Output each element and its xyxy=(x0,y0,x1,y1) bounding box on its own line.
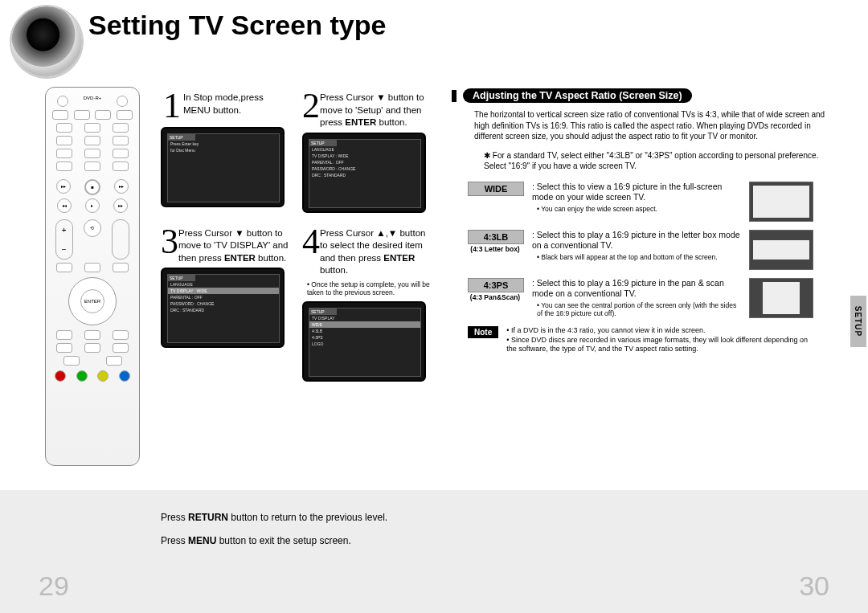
aspect-diagram-panscan xyxy=(749,278,813,318)
mode-panscan: 4:3PS (4:3 Pan&Scan) : Select this to pl… xyxy=(468,278,837,319)
osd-thumbnail: SETUPPress Enter keyfor Disc Menu xyxy=(161,127,285,207)
mode-bullet: • You can see the central portion of the… xyxy=(537,301,741,318)
mode-description: : Select this to play a 16:9 picture in … xyxy=(532,230,740,251)
note-label: Note xyxy=(468,326,498,338)
remote-illustration: DVD-R+ ▸▸■▸▸ ◂◂▸▸▸ +− ⟲ xyxy=(45,87,149,488)
bottom-bar: Press RETURN button to return to the pre… xyxy=(0,490,868,613)
osd-thumbnail: SETUPLANGUAGETV DISPLAY : WIDEPARENTAL :… xyxy=(302,133,426,213)
remote-enter-pad xyxy=(68,277,117,325)
step-text: Press Cursor ▼ button to move to 'TV DIS… xyxy=(178,224,293,265)
step-number: 3 xyxy=(161,224,178,260)
aspect-diagram-wide xyxy=(749,182,813,222)
osd-thumbnail: SETUPTV DISPLAYWIDE4:3LB4:3PSLOGO xyxy=(302,301,426,382)
step-text: Press Cursor ▼ button to move to 'Setup'… xyxy=(320,88,434,129)
step-number: 2 xyxy=(302,88,320,124)
step-number: 1 xyxy=(161,88,183,124)
aspect-diagram-letterbox xyxy=(749,230,813,270)
osd-thumbnail: SETUPLANGUAGETV DISPLAY : WIDEPARENTAL :… xyxy=(161,268,285,348)
manual-spread: Setting TV Screen type DVD-R+ ▸▸■▸▸ ◂◂▸▸… xyxy=(0,0,868,613)
page-title: Setting TV Screen type xyxy=(88,10,386,41)
mode-bullet: • Black bars will appear at the top and … xyxy=(537,253,741,262)
mode-label: 4:3PS xyxy=(468,278,524,292)
mode-label: 4:3LB xyxy=(468,230,524,244)
side-tab: SETUP xyxy=(850,296,866,347)
step-number: 4 xyxy=(302,224,320,260)
section-bar-icon xyxy=(452,90,457,102)
step-text: Press Cursor ▲,▼ button to select the de… xyxy=(320,224,434,277)
bottom-instructions: Press RETURN button to return to the pre… xyxy=(161,506,387,553)
speaker-graphic xyxy=(11,6,82,77)
mode-description: : Select this to play a 16:9 picture in … xyxy=(532,278,724,299)
aspect-ratio-section: Adjusting the TV Aspect Ratio (Screen Si… xyxy=(452,88,837,354)
intro-paragraph: The horizontal to vertical screen size r… xyxy=(474,109,831,142)
note-block: Note • If a DVD is in the 4:3 ratio, you… xyxy=(468,326,837,354)
step-text: In Stop mode,press MENU button. xyxy=(183,88,293,116)
mode-sublabel: (4:3 Pan&Scan) xyxy=(468,293,522,301)
step-footnote: • Once the setup is complete, you will b… xyxy=(302,280,434,296)
star-note: ✱ For a standard TV, select either "4:3L… xyxy=(484,150,831,172)
mode-sublabel: (4:3 Letter box) xyxy=(468,245,522,253)
section-heading: Adjusting the TV Aspect Ratio (Screen Si… xyxy=(463,88,692,103)
mode-bullet: • You can enjoy the wide screen aspect. xyxy=(537,205,741,214)
steps-area: 1 In Stop mode,press MENU button. SETUPP… xyxy=(161,88,434,393)
mode-description: : Select this to view a 16:9 picture in … xyxy=(532,182,722,202)
mode-letterbox: 4:3LB (4:3 Letter box) : Select this to … xyxy=(468,230,837,270)
note-text: • If a DVD is in the 4:3 ratio, you cann… xyxy=(506,326,812,354)
page-number-left: 29 xyxy=(39,570,69,602)
mode-wide: WIDE : Select this to view a 16:9 pictur… xyxy=(468,182,837,222)
page-number-right: 30 xyxy=(799,570,829,602)
mode-label: WIDE xyxy=(468,182,524,196)
